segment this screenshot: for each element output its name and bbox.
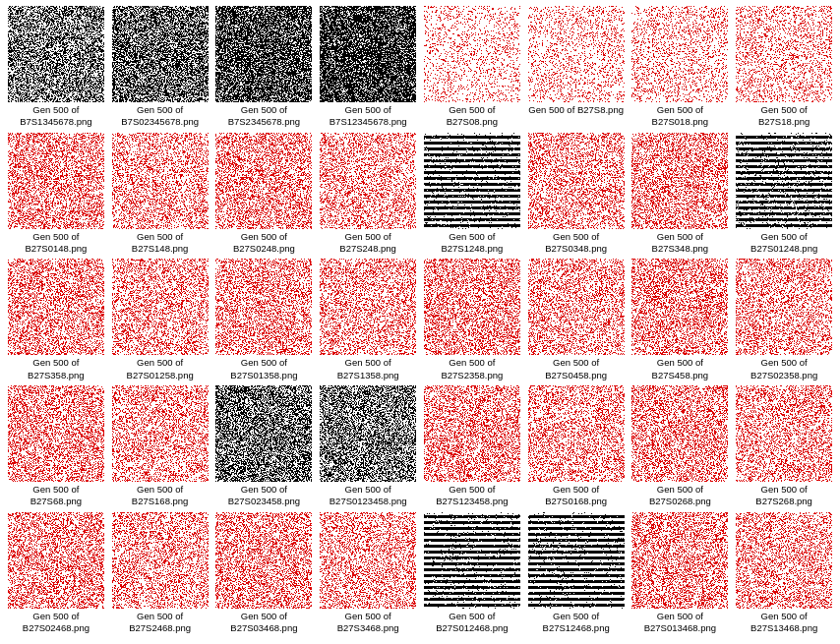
thumbnail [8, 259, 104, 355]
cell-canvas [320, 512, 416, 609]
thumbnail [8, 133, 104, 229]
thumbnail [8, 385, 104, 482]
image-cell[interactable]: Gen 500 of B27S248.png [318, 133, 418, 256]
thumbnail [736, 133, 832, 229]
cell-label: Gen 500 of B27S168.png [110, 484, 210, 508]
image-cell[interactable]: Gen 500 of B7S02345678.png [110, 6, 210, 129]
cell-label: Gen 500 of B27S023458.png [214, 484, 315, 508]
cell-canvas [528, 385, 625, 482]
cell-label: Gen 500 of B27S2468.png [110, 611, 210, 635]
image-cell[interactable]: Gen 500 of B27S348.png [630, 133, 731, 256]
thumbnail [112, 133, 209, 229]
cell-label: Gen 500 of B7S1345678.png [6, 104, 106, 129]
cell-canvas [112, 512, 209, 609]
cell-label: Gen 500 of B27S458.png [630, 357, 731, 381]
image-cell[interactable]: Gen 500 of B7S2345678.png [214, 6, 315, 129]
cell-label: Gen 500 of B27S03468.png [214, 611, 315, 635]
cell-canvas [112, 385, 209, 482]
image-cell[interactable]: Gen 500 of B27S123458.png [422, 385, 522, 508]
image-cell[interactable]: Gen 500 of B27S1358.png [318, 259, 418, 381]
thumbnail [528, 512, 625, 609]
thumbnail [424, 133, 520, 229]
cell-label: Gen 500 of B27S348.png [630, 231, 731, 256]
cell-label: Gen 500 of B27S3468.png [318, 611, 418, 635]
thumbnail [631, 512, 728, 609]
cell-canvas [631, 512, 728, 609]
cell-label: Gen 500 of B27S2358.png [422, 357, 522, 381]
cell-label: Gen 500 of B27S0168.png [526, 484, 627, 508]
cell-canvas [8, 133, 104, 229]
image-cell[interactable]: Gen 500 of B27S013468.png [630, 512, 731, 635]
image-cell[interactable]: Gen 500 of B27S2468.png [110, 512, 210, 635]
cell-label: Gen 500 of B27S13468.png [734, 611, 834, 635]
image-cell[interactable]: Gen 500 of B27S01358.png [214, 259, 315, 381]
image-cell[interactable]: Gen 500 of B7S1345678.png [6, 6, 106, 129]
image-cell[interactable]: Gen 500 of B27S2358.png [422, 259, 522, 381]
image-cell[interactable]: Gen 500 of B27S458.png [630, 259, 731, 381]
cell-label: Gen 500 of B27S0248.png [214, 231, 315, 256]
image-cell[interactable]: Gen 500 of B27S0268.png [630, 385, 731, 508]
cell-label: Gen 500 of B27S01358.png [214, 357, 315, 381]
image-cell[interactable]: Gen 500 of B27S0168.png [526, 385, 627, 508]
image-cell[interactable]: Gen 500 of B27S68.png [6, 385, 106, 508]
cell-canvas [8, 259, 104, 355]
thumbnail [112, 6, 209, 102]
cell-label: Gen 500 of B27S18.png [734, 104, 834, 129]
image-cell[interactable]: Gen 500 of B27S0458.png [526, 259, 627, 381]
cell-canvas [631, 385, 728, 482]
thumbnail [424, 385, 520, 482]
cell-canvas [112, 133, 209, 229]
image-cell[interactable]: Gen 500 of B27S018.png [630, 6, 731, 129]
image-cell[interactable]: Gen 500 of B27S012468.png [422, 512, 522, 635]
image-cell[interactable]: Gen 500 of B27S18.png [734, 6, 834, 129]
cell-label: Gen 500 of B27S01248.png [734, 231, 834, 256]
image-cell[interactable]: Gen 500 of B27S023458.png [214, 385, 315, 508]
cell-canvas [215, 6, 312, 102]
cell-canvas [320, 6, 416, 102]
cell-label: Gen 500 of B7S2345678.png [214, 104, 315, 129]
image-cell[interactable]: Gen 500 of B27S03468.png [214, 512, 315, 635]
cell-label: Gen 500 of B27S1358.png [318, 357, 418, 381]
cell-label: Gen 500 of B27S0348.png [526, 231, 627, 256]
cell-label: Gen 500 of B27S358.png [6, 357, 106, 381]
image-cell[interactable]: Gen 500 of B27S0348.png [526, 133, 627, 256]
image-cell[interactable]: Gen 500 of B27S01248.png [734, 133, 834, 256]
image-cell[interactable]: Gen 500 of B27S13468.png [734, 512, 834, 635]
thumbnail [528, 6, 625, 102]
image-cell[interactable]: Gen 500 of B27S0248.png [214, 133, 315, 256]
image-cell[interactable]: Gen 500 of B27S01258.png [110, 259, 210, 381]
cell-canvas [8, 385, 104, 482]
image-cell[interactable]: Gen 500 of B27S268.png [734, 385, 834, 508]
thumbnail [320, 6, 416, 102]
image-cell[interactable]: Gen 500 of B27S02468.png [6, 512, 106, 635]
image-cell[interactable]: Gen 500 of B27S08.png [422, 6, 522, 129]
image-cell[interactable]: Gen 500 of B7S12345678.png [318, 6, 418, 129]
cell-label: Gen 500 of B27S148.png [110, 231, 210, 256]
image-cell[interactable]: Gen 500 of B27S148.png [110, 133, 210, 256]
cell-label: Gen 500 of B27S248.png [318, 231, 418, 256]
image-cell[interactable]: Gen 500 of B27S02358.png [734, 259, 834, 381]
thumbnail [736, 385, 832, 482]
cell-canvas [424, 512, 520, 609]
cell-label: Gen 500 of B27S013468.png [630, 611, 731, 635]
image-cell[interactable]: Gen 500 of B27S8.png [526, 6, 627, 129]
image-cell[interactable]: Gen 500 of B27S1248.png [422, 133, 522, 256]
image-cell[interactable]: Gen 500 of B27S358.png [6, 259, 106, 381]
cell-canvas [736, 385, 832, 482]
image-cell[interactable]: Gen 500 of B27S0123458.png [318, 385, 418, 508]
cell-label: Gen 500 of B27S0123458.png [318, 484, 418, 508]
thumbnail [320, 512, 416, 609]
cell-label: Gen 500 of B27S12468.png [526, 611, 627, 635]
cell-label: Gen 500 of B27S0268.png [630, 484, 731, 508]
image-cell[interactable]: Gen 500 of B27S0148.png [6, 133, 106, 256]
cell-canvas [320, 133, 416, 229]
thumbnail [631, 6, 728, 102]
image-cell[interactable]: Gen 500 of B27S168.png [110, 385, 210, 508]
thumbnail [736, 6, 832, 102]
thumbnail [631, 133, 728, 229]
cell-label: Gen 500 of B7S02345678.png [110, 104, 210, 129]
image-cell[interactable]: Gen 500 of B27S3468.png [318, 512, 418, 635]
image-cell[interactable]: Gen 500 of B27S12468.png [526, 512, 627, 635]
cell-label: Gen 500 of B27S018.png [630, 104, 731, 129]
thumbnail [528, 385, 625, 482]
